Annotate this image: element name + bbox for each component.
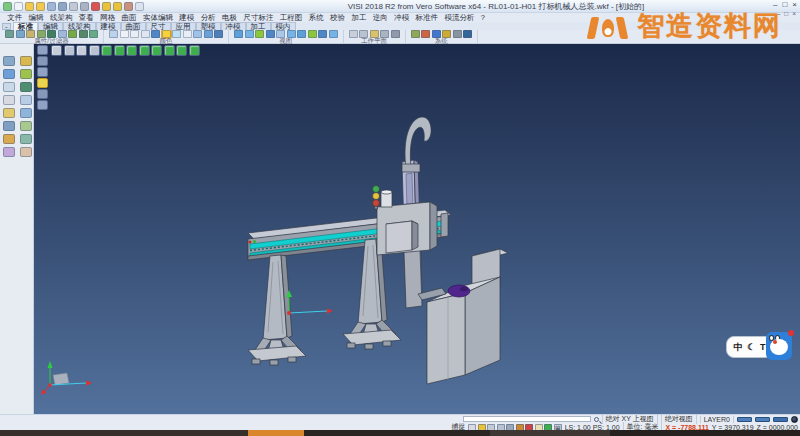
menu-item[interactable]: 工程图: [277, 13, 306, 23]
delete-icon[interactable]: [3, 134, 15, 144]
filter-all-icon[interactable]: [89, 30, 98, 38]
filter-text-icon[interactable]: [68, 30, 77, 38]
layer-color-swatch-3[interactable]: [773, 417, 788, 422]
new-file-icon[interactable]: [3, 2, 12, 11]
menu-item[interactable]: 线架构: [47, 13, 76, 23]
help-icon[interactable]: [463, 30, 472, 38]
brush-icon[interactable]: [124, 2, 133, 11]
info-tool-icon[interactable]: [20, 147, 32, 157]
layers-icon[interactable]: [20, 108, 32, 118]
3d-viewport[interactable]: 中☾T: [34, 44, 800, 414]
moon-icon[interactable]: ☾: [747, 342, 755, 352]
tab-standard[interactable]: 标准: [13, 22, 38, 30]
tab-modeling[interactable]: 建模: [96, 22, 121, 30]
filter-points-icon[interactable]: [16, 30, 25, 38]
menu-item[interactable]: ?: [478, 13, 489, 22]
menu-item[interactable]: 曲面: [118, 13, 139, 23]
iso-view-4-button[interactable]: [139, 45, 150, 56]
color-deep-icon[interactable]: [204, 30, 213, 38]
taskbar-tray[interactable]: [610, 430, 800, 436]
view-iso-icon[interactable]: [329, 30, 338, 38]
menu-item[interactable]: 模流分析: [441, 13, 477, 23]
view-all-icon[interactable]: [297, 30, 306, 38]
3d-model-canvas[interactable]: [34, 44, 800, 414]
layer-color-swatch-1[interactable]: [737, 417, 752, 422]
view-window-icon[interactable]: [308, 30, 317, 38]
ungroup-icon[interactable]: [20, 121, 32, 131]
material-ball-icon[interactable]: [91, 2, 100, 11]
iso-view-1-button[interactable]: [101, 45, 112, 56]
select-icon[interactable]: [3, 56, 15, 66]
iso-view-6-button[interactable]: [164, 45, 175, 56]
iso-view-2-button[interactable]: [114, 45, 125, 56]
transparent-mode-button[interactable]: [89, 45, 100, 56]
tab-wireframe[interactable]: 线架构: [63, 22, 96, 30]
tab-mould[interactable]: 塑模: [196, 22, 221, 30]
menu-item[interactable]: 编辑: [25, 13, 46, 23]
open-file-icon[interactable]: [14, 2, 23, 11]
render-mode-sphere-icon[interactable]: [791, 416, 798, 423]
color-blue-icon[interactable]: [151, 30, 160, 38]
menu-item[interactable]: 分析: [198, 13, 219, 23]
signal-tower-lamp-model[interactable]: [373, 186, 393, 210]
menu-item[interactable]: 文件: [4, 13, 25, 23]
snap-icon[interactable]: [3, 147, 15, 157]
view-zoom-icon[interactable]: [266, 30, 275, 38]
command-input[interactable]: [463, 416, 591, 422]
save-all-icon[interactable]: [58, 2, 67, 11]
collapse-ribbon-button[interactable]: -: [2, 23, 11, 30]
front-view-button[interactable]: [37, 45, 48, 55]
properties-icon[interactable]: [20, 134, 32, 144]
minimize-button[interactable]: –: [773, 1, 777, 9]
left-view-button[interactable]: [37, 67, 48, 77]
color-mid-icon[interactable]: [193, 30, 202, 38]
shading-mode-button[interactable]: [51, 45, 62, 56]
bottom-view-button[interactable]: [37, 100, 48, 110]
color-grey-icon[interactable]: [183, 30, 192, 38]
layer-indicator[interactable]: LAYER0: [700, 416, 734, 423]
iso-view-8-button[interactable]: [189, 45, 200, 56]
tab-inmould[interactable]: 模内: [271, 22, 296, 30]
taskbar-apps-right[interactable]: [490, 430, 610, 436]
tab-dimension[interactable]: 尺寸: [146, 22, 171, 30]
color-light-icon[interactable]: [130, 30, 139, 38]
tab-surface[interactable]: 曲面: [121, 22, 146, 30]
menu-item[interactable]: 电极: [219, 13, 240, 23]
top-view-button[interactable]: [37, 89, 48, 99]
iso-view-7-button[interactable]: [176, 45, 187, 56]
menu-item[interactable]: 冲模: [391, 13, 412, 23]
close-button[interactable]: ×: [792, 1, 797, 9]
tab-progress[interactable]: 冲模: [221, 22, 246, 30]
view-wireframe-icon[interactable]: [245, 30, 254, 38]
more-options-icon[interactable]: [135, 2, 144, 11]
chinese-mode-icon[interactable]: 中: [733, 342, 742, 352]
settings-icon[interactable]: [411, 30, 420, 38]
wireframe-mode-button[interactable]: [64, 45, 75, 56]
menu-item[interactable]: 查看: [76, 13, 97, 23]
menu-item[interactable]: 加工: [348, 13, 369, 23]
dynamic-rotate-icon[interactable]: [20, 69, 32, 79]
toolbox-icon[interactable]: T: [760, 342, 766, 352]
view-rotate-icon[interactable]: [318, 30, 327, 38]
menu-item[interactable]: 标准件: [412, 13, 441, 23]
menu-item[interactable]: 网格: [97, 13, 118, 23]
menu-item[interactable]: 校验: [327, 13, 348, 23]
color-dark-icon[interactable]: [214, 30, 223, 38]
menu-item[interactable]: 逆向: [370, 13, 391, 23]
gantry-column-left-model[interactable]: [248, 255, 306, 365]
database-icon[interactable]: [421, 30, 430, 38]
menu-item[interactable]: 建模: [176, 13, 197, 23]
undo-icon[interactable]: [102, 2, 111, 11]
workplane-new-icon[interactable]: [349, 30, 358, 38]
view-dynamic-icon[interactable]: [255, 30, 264, 38]
iso-view-3-button[interactable]: [126, 45, 137, 56]
view-shaded-icon[interactable]: [234, 30, 243, 38]
taskbar-apps-left[interactable]: [0, 430, 248, 436]
os-taskbar[interactable]: [0, 430, 800, 436]
group-icon[interactable]: [3, 121, 15, 131]
menu-item[interactable]: 实体编辑: [140, 13, 176, 23]
tab-application[interactable]: 应用: [171, 22, 196, 30]
workplane-delete-icon[interactable]: [391, 30, 400, 38]
right-view-button[interactable]: [37, 78, 48, 88]
mdi-close-button[interactable]: ×: [792, 10, 796, 17]
